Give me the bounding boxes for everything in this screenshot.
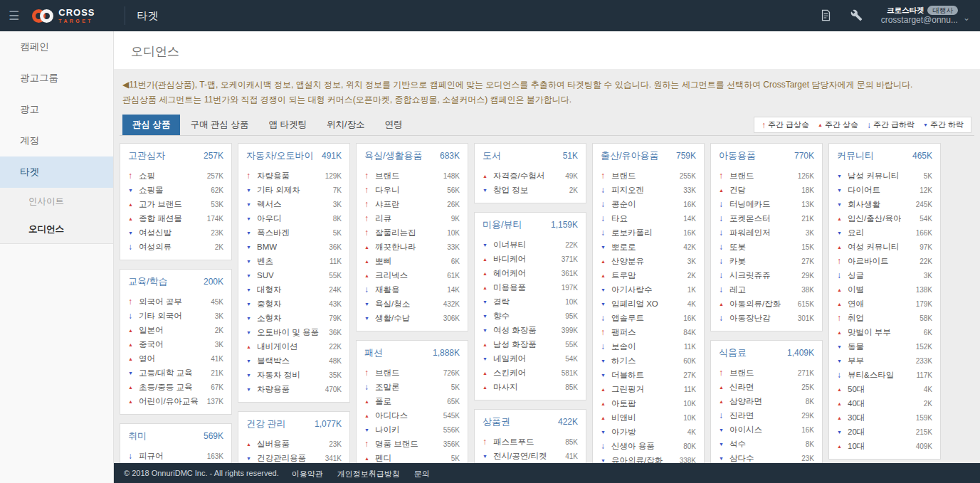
segment-row[interactable]: ▲중국어3K xyxy=(128,337,223,351)
footer-link[interactable]: 이용약관 xyxy=(292,469,323,478)
segment-row[interactable]: ▼석수8K xyxy=(719,437,814,451)
segment-row[interactable]: ▲깨끗한나라33K xyxy=(364,240,460,254)
segment-row[interactable]: ▼향수95K xyxy=(483,309,578,323)
segment-row[interactable]: ↓타요14K xyxy=(601,211,696,225)
segment-row[interactable]: ↑브랜드271K xyxy=(719,366,814,380)
segment-row[interactable]: ▲고가 브랜드53K xyxy=(128,197,223,211)
segment-row[interactable]: ▲영어41K xyxy=(128,351,223,366)
segment-row[interactable]: ↓피지오겐33K xyxy=(601,183,696,197)
segment-row[interactable]: ↓여성의류2K xyxy=(128,240,223,254)
segment-row[interactable]: ▼20대215K xyxy=(837,425,932,439)
segment-row[interactable]: ▲헤어케어361K xyxy=(483,266,578,280)
segment-row[interactable]: ▲미용용품197K xyxy=(483,280,578,294)
segment-row[interactable]: ▲임신/출산/육아54K xyxy=(837,211,932,225)
segment-row[interactable]: ▼여성 화장품399K xyxy=(483,323,578,337)
segment-row[interactable]: ▼자동차 정비35K xyxy=(246,368,342,382)
segment-row[interactable]: ↑아르바이트22K xyxy=(837,254,932,268)
sidebar-item[interactable]: 계정 xyxy=(0,125,113,156)
sidebar-item[interactable]: 광고 xyxy=(0,94,113,125)
segment-row[interactable]: ▲그린핑거11K xyxy=(601,382,696,396)
segment-row[interactable]: ↑팸퍼스84K xyxy=(601,325,696,339)
segment-row[interactable]: ▼동물152K xyxy=(837,339,932,354)
tab[interactable]: 구매 관심 상품 xyxy=(180,115,258,135)
segment-row[interactable]: ▼욕실/청소432K xyxy=(364,297,460,311)
segment-row[interactable]: ↓신생아 용품80K xyxy=(601,439,696,453)
sidebar-sub-item[interactable]: 오디언스 xyxy=(0,216,113,243)
segment-row[interactable]: ↓보솜이11K xyxy=(601,339,696,354)
segment-row[interactable]: ▼폭스바겐5K xyxy=(246,225,342,240)
segment-row[interactable]: ▼나이키556K xyxy=(364,423,460,437)
segment-row[interactable]: ▲실버용품23K xyxy=(246,437,342,451)
segment-row[interactable]: ▼아이시스16K xyxy=(719,423,814,437)
segment-row[interactable]: ▼차량용품470K xyxy=(246,382,342,396)
segment-row[interactable]: ▼소형차79K xyxy=(246,311,342,325)
segment-row[interactable]: ▲바디케어371K xyxy=(483,252,578,266)
segment-row[interactable]: ▼대형차24K xyxy=(246,282,342,297)
segment-row[interactable]: ▼더블하트27K xyxy=(601,368,696,382)
sidebar-sub-item[interactable]: 인사이트 xyxy=(0,188,113,216)
segment-row[interactable]: ↑브랜드726K xyxy=(364,366,460,380)
segment-row[interactable]: ↓또봇15K xyxy=(719,240,814,254)
segment-row[interactable]: ▼네일케어54K xyxy=(483,351,578,366)
segment-row[interactable]: ▲뽀삐6K xyxy=(364,254,460,268)
user-menu[interactable]: 크로스타겟 대행사 crosstarget@onnu... ⌄ xyxy=(881,6,970,26)
segment-row[interactable]: ▲비앤비10K xyxy=(601,410,696,425)
segment-row[interactable]: ▼부부233K xyxy=(837,354,932,368)
segment-row[interactable]: ▲맞벌이 부부6K xyxy=(837,325,932,339)
segment-row[interactable]: ▼회사생활245K xyxy=(837,197,932,211)
segment-row[interactable]: ▲마사지85K xyxy=(483,380,578,394)
segment-row[interactable]: ▲10대409K xyxy=(837,439,932,453)
tab[interactable]: 관심 상품 xyxy=(122,115,180,135)
hamburger-menu-icon[interactable]: ☰ xyxy=(0,9,28,23)
segment-row[interactable]: ↓터닝메카드13K xyxy=(719,197,814,211)
segment-row[interactable]: ▲트루맘2K xyxy=(601,268,696,282)
segment-row[interactable]: ▲스킨케어581K xyxy=(483,366,578,380)
segment-row[interactable]: ↓포켓몬스터21K xyxy=(719,211,814,225)
segment-row[interactable]: ↓카봇27K xyxy=(719,254,814,268)
segment-row[interactable]: ▼임페리얼 XO4K xyxy=(601,297,696,311)
segment-row[interactable]: ▼생활/수납306K xyxy=(364,311,460,325)
segment-row[interactable]: ↓조말론5K xyxy=(364,380,460,394)
segment-row[interactable]: ▲산양분유3K xyxy=(601,254,696,268)
segment-row[interactable]: ▲크리넥스61K xyxy=(364,268,460,282)
segment-row[interactable]: ▼BMW36K xyxy=(246,240,342,254)
segment-row[interactable]: ▲건담18K xyxy=(719,183,814,197)
segment-row[interactable]: ▼아우디8K xyxy=(246,211,342,225)
tab[interactable]: 위치/장소 xyxy=(317,115,374,135)
segment-row[interactable]: ↓재활용14K xyxy=(364,282,460,297)
segment-row[interactable]: ▲폴로65K xyxy=(364,394,460,408)
segment-row[interactable]: ↑쇼핑257K xyxy=(128,169,223,183)
segment-row[interactable]: ▼경락10K xyxy=(483,294,578,309)
tools-button[interactable] xyxy=(850,9,863,23)
segment-row[interactable]: ↓싱글3K xyxy=(837,268,932,282)
segment-row[interactable]: ↓레고38K xyxy=(719,282,814,297)
footer-link[interactable]: 개인정보취급방침 xyxy=(337,469,400,478)
segment-row[interactable]: ↓진라면29K xyxy=(719,408,814,423)
segment-row[interactable]: ↑패스트푸드85K xyxy=(483,435,578,449)
segment-row[interactable]: ▲신라면25K xyxy=(719,380,814,394)
segment-row[interactable]: ↑차량용품129K xyxy=(246,169,342,183)
segment-row[interactable]: ▼고등/대학 교육21K xyxy=(128,366,223,380)
segment-row[interactable]: ▼오토바이 및 용품36K xyxy=(246,325,342,339)
footer-link[interactable]: 문의 xyxy=(414,469,430,478)
sidebar-item[interactable]: 광고그룹 xyxy=(0,63,113,94)
segment-row[interactable]: ▼렉서스3K xyxy=(246,197,342,211)
segment-row[interactable]: ▲초등/중등 교육67K xyxy=(128,380,223,394)
segment-row[interactable]: ↑브랜드148K xyxy=(364,169,460,183)
segment-row[interactable]: ▲아디다스545K xyxy=(364,408,460,423)
tab[interactable]: 앱 타겟팅 xyxy=(258,115,316,135)
segment-row[interactable]: ↑잘풀리는집10K xyxy=(364,225,460,240)
reports-button[interactable] xyxy=(820,9,832,23)
segment-row[interactable]: ↓파워레인저3K xyxy=(719,225,814,240)
segment-row[interactable]: ▲남성 화장품55K xyxy=(483,337,578,351)
segment-row[interactable]: ↑명품 브랜드356K xyxy=(364,437,460,451)
segment-row[interactable]: ▲30대159K xyxy=(837,410,932,425)
segment-row[interactable]: ↑외국어 공부45K xyxy=(128,294,223,309)
segment-row[interactable]: ▼기타 외제차7K xyxy=(246,183,342,197)
segment-row[interactable]: ▼아가방4K xyxy=(601,425,696,439)
segment-row[interactable]: ↓뷰티&스타일117K xyxy=(837,368,932,382)
segment-row[interactable]: ▼남성 커뮤니티5K xyxy=(837,169,932,183)
segment-row[interactable]: ↓기타 외국어3K xyxy=(128,309,223,323)
segment-row[interactable]: ▲연애179K xyxy=(837,297,932,311)
segment-row[interactable]: ▼이너뷰티22K xyxy=(483,238,578,252)
